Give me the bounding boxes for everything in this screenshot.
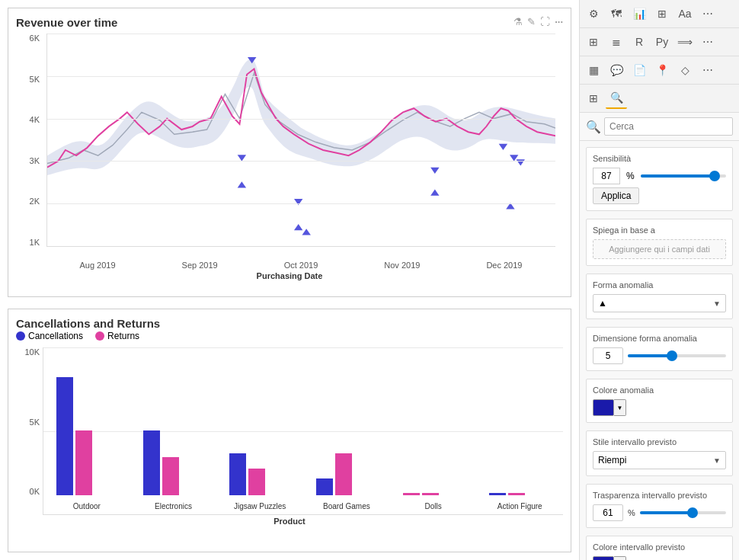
explain-by-section: Spiega in base a Aggiungere qui i campi … [586, 219, 733, 266]
filter-icon[interactable]: ⚗ [513, 16, 523, 27]
bar-y-10k: 10K [24, 347, 40, 357]
edit-icon[interactable]: ✎ [527, 16, 536, 27]
sensitivity-unit: % [626, 171, 635, 181]
x-label-sep: Sep 2019 [182, 261, 218, 270]
icon-btn-3[interactable]: 📊 [629, 3, 650, 24]
bar-chart-area: 10K 5K 0K Outdoor [16, 347, 563, 515]
anomaly-marker [430, 190, 439, 196]
bar-group-outdoor: Outdoor [43, 347, 130, 495]
y-label-4k: 4K [30, 115, 40, 124]
anomaly-size-input[interactable] [593, 347, 623, 364]
icon-btn-13[interactable]: ▦ [583, 59, 604, 81]
revenue-chart-title: Revenue over time [16, 16, 117, 29]
bar-label-dolls: Dolls [390, 502, 477, 510]
bar-boardgames-returns [335, 453, 352, 495]
bar-label-jigsaw: Jigsaw Puzzles [216, 502, 303, 510]
icon-btn-1[interactable]: ⚙ [583, 3, 604, 24]
icon-btn-17[interactable]: ◇ [674, 59, 696, 81]
cancel-chart-title: Cancellations and Returns [16, 317, 160, 330]
x-label-dec: Dec 2019 [486, 261, 522, 270]
revenue-chart-section: Revenue over time ⚗ ✎ ⛶ ··· 6K 5K 4K 3K … [8, 8, 571, 297]
bar-plot: Outdoor Electronics Jigsaw P [43, 347, 563, 515]
search-box: 🔍 [580, 113, 739, 141]
anomaly-color-group: ▼ [593, 399, 726, 416]
y-label-3k: 3K [30, 156, 40, 165]
sensitivity-label: Sensibilità [593, 154, 726, 163]
icon-btn-11[interactable]: ⟹ [674, 31, 696, 53]
explain-by-label: Spiega in base a [593, 226, 726, 235]
chart-toolbar: ⚗ ✎ ⛶ ··· [513, 16, 563, 27]
bar-y-labels: 10K 5K 0K [16, 347, 43, 515]
anomaly-shape-dropdown[interactable]: ▲ ▼ [593, 294, 726, 312]
bar-label-outdoor: Outdoor [43, 502, 130, 510]
anomaly-marker [430, 168, 439, 174]
anomaly-shape-value: ▲ [598, 298, 607, 309]
icon-btn-5[interactable]: Aa [674, 3, 696, 24]
bars-boardgames [316, 453, 377, 495]
interval-color-button[interactable] [593, 556, 614, 560]
chevron-down-icon: ▼ [713, 299, 721, 308]
bar-action-returns [508, 493, 525, 495]
anomaly-color-button[interactable] [593, 399, 614, 416]
chevron-down-icon-2: ▼ [713, 456, 721, 465]
interval-transparency-label: Trasparenza intervallo previsto [593, 491, 726, 500]
cancel-chart-section: Cancellations and Returns Cancellations … [8, 309, 571, 552]
icon-btn-19[interactable]: ⊞ [583, 88, 604, 109]
bars-outdoor [56, 377, 117, 495]
sensitivity-slider-thumb[interactable] [709, 171, 720, 181]
bars-action-figure [489, 493, 550, 495]
sensitivity-section: Sensibilità % Applica [586, 147, 733, 211]
icon-btn-8[interactable]: ≣ [606, 31, 627, 53]
bars-jigsaw [229, 453, 290, 495]
icon-btn-12[interactable]: ⋯ [697, 31, 718, 53]
bar-electronics-returns [162, 457, 179, 495]
icon-btn-9[interactable]: R [629, 31, 650, 53]
icon-btn-2[interactable]: 🗺 [606, 3, 627, 24]
anomaly-size-thumb[interactable] [667, 350, 677, 361]
legend-label-cancellations: Cancellations [28, 331, 83, 341]
icon-btn-20-active[interactable]: 🔍 [606, 88, 627, 109]
search-input[interactable] [604, 117, 733, 136]
anomaly-size-section: Dimensione forma anomalia [586, 327, 733, 371]
interval-style-value: Riempi [598, 455, 626, 466]
icon-btn-10[interactable]: Py [651, 31, 673, 53]
interval-transparency-input[interactable] [593, 504, 623, 521]
expand-icon[interactable]: ⛶ [540, 16, 550, 27]
icon-btn-15[interactable]: 📄 [629, 59, 650, 81]
bar-label-electronics: Electronics [130, 502, 217, 510]
interval-color-section: Colore intervallo previsto ▼ [586, 536, 733, 560]
x-axis-title: Purchasing Date [16, 271, 563, 280]
transparency-slider-fill [640, 511, 693, 514]
right-panel: ⚙ 🗺 📊 ⊞ Aa ⋯ ⊞ ≣ R Py ⟹ ⋯ ▦ 💬 📄 📍 ◇ ⋯ ⊞ … [579, 0, 739, 560]
bar-jigsaw-cancellations [229, 453, 246, 495]
more-icon[interactable]: ··· [555, 16, 563, 27]
icon-btn-14[interactable]: 💬 [606, 59, 627, 81]
sensitivity-input[interactable] [593, 168, 620, 184]
icon-btn-6[interactable]: ⋯ [697, 3, 718, 24]
transparency-slider-thumb[interactable] [687, 507, 698, 518]
chart-legend: Cancellations Returns [16, 331, 563, 341]
bar-action-cancellations [489, 493, 506, 495]
icon-btn-4[interactable]: ⊞ [651, 3, 673, 24]
anomaly-size-label: Dimensione forma anomalia [593, 334, 726, 343]
anomaly-color-caret[interactable]: ▼ [614, 399, 626, 416]
grid-line [47, 119, 555, 120]
icon-btn-7[interactable]: ⊞ [583, 31, 604, 53]
add-fields-box[interactable]: Aggiungere qui i campi dati [593, 239, 726, 259]
interval-style-dropdown[interactable]: Riempi ▼ [593, 451, 726, 469]
chart-plot [46, 34, 555, 247]
y-label-1k: 1K [30, 238, 40, 247]
interval-color-caret[interactable]: ▼ [614, 556, 626, 560]
sensitivity-slider-fill [641, 174, 715, 178]
transparency-slider[interactable] [640, 511, 726, 514]
top-icons-row-2: ⊞ ≣ R Py ⟹ ⋯ [580, 28, 739, 56]
anomaly-size-row [593, 347, 726, 364]
sensitivity-slider-track[interactable] [641, 174, 726, 178]
anomaly-size-slider[interactable] [628, 354, 726, 357]
transparency-unit: % [628, 508, 635, 517]
interval-transparency-section: Trasparenza intervallo previsto % [586, 484, 733, 528]
panel-body: Sensibilità % Applica Spiega in base a A… [580, 141, 739, 560]
apply-button[interactable]: Applica [593, 187, 639, 204]
icon-btn-18[interactable]: ⋯ [697, 59, 718, 81]
icon-btn-16[interactable]: 📍 [651, 59, 673, 81]
